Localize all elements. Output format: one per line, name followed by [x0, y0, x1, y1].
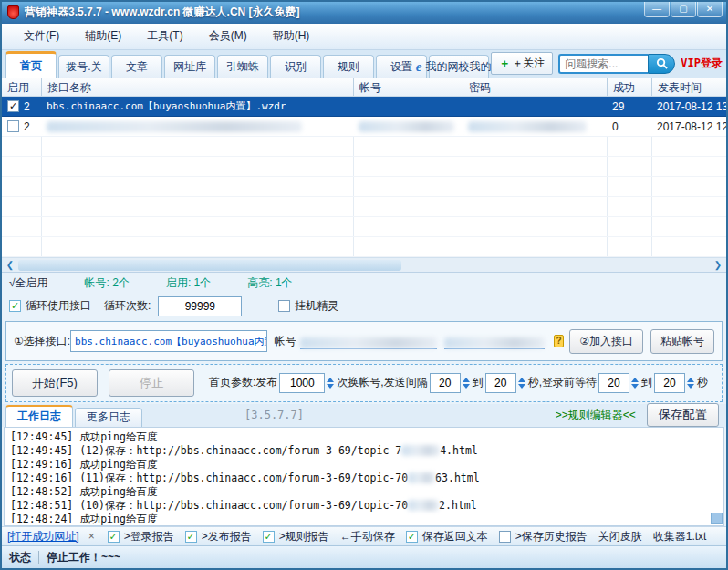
- col-success[interactable]: 成功: [607, 78, 651, 96]
- minimize-button[interactable]: —: [644, 2, 670, 17]
- log-line: [12:48:51] (10)保存：http://bbs.chinaacc.co…: [10, 499, 723, 513]
- loop-interface-label: 循环使用接口: [26, 298, 91, 314]
- to-label-2: 到: [641, 375, 652, 390]
- interval-to-stepper[interactable]: [518, 378, 525, 389]
- hangup-checkbox[interactable]: [278, 300, 290, 312]
- menu-member[interactable]: 会员(M): [196, 25, 260, 47]
- password-input-redacted[interactable]: [444, 333, 545, 349]
- log-line: [12:48:24] 成功ping给百度: [10, 513, 723, 526]
- publish-report-checkbox[interactable]: ✓ >发布报告: [185, 529, 252, 544]
- save-config-button[interactable]: 保存配置: [647, 403, 719, 427]
- tab-rules[interactable]: 规则: [323, 55, 374, 78]
- col-post-time[interactable]: 发表时间: [651, 78, 726, 96]
- select-interface-panel: ①选择接口: bbs.chinaacc.com【buyaoshuohua内置登录…: [5, 321, 723, 360]
- rule-report-checkbox[interactable]: ✓ >规则报告: [263, 529, 329, 544]
- open-success-urls-link[interactable]: [打开成功网址]: [7, 529, 79, 544]
- bottom-toolbar: [打开成功网址] × ✓ >登录报告 ✓ >发布报告 ✓ >规则报告 ←手动保存…: [2, 526, 726, 546]
- tab-work-log[interactable]: 工作日志: [5, 405, 73, 427]
- table-horizontal-scrollbar[interactable]: ❮ ❯: [2, 257, 726, 272]
- menu-help[interactable]: 帮助(H): [260, 25, 323, 47]
- enabled-count: 启用: 1个: [166, 275, 211, 291]
- login-report-checkbox[interactable]: ✓ >登录报告: [108, 529, 174, 544]
- tab-recognize[interactable]: 识别: [270, 55, 321, 78]
- version-label: [3.5.7.7]: [244, 409, 304, 421]
- log-line: [12:48:52] 成功ping给百度: [10, 485, 723, 499]
- interface-dropdown[interactable]: bbs.chinaacc.com【buyaoshuohua内置登录 ▼: [70, 330, 267, 352]
- start-button[interactable]: 开始(F5): [12, 369, 98, 397]
- to-label-1: 到: [473, 375, 484, 390]
- chevron-right-icon[interactable]: ❯: [712, 260, 724, 270]
- success-count: 0: [607, 117, 651, 136]
- main-tab-bar: 首页 拨号.关 文章 网址库 引蜘蛛 识别 规则 设置 e 我的网校我的家 ＋＋…: [2, 50, 726, 78]
- tab-home[interactable]: 首页: [5, 51, 57, 78]
- account-cell-redacted: [353, 117, 463, 136]
- wait-to-stepper[interactable]: [687, 378, 694, 389]
- post-time: 2017-08-12 13: [651, 97, 726, 116]
- account-input-redacted[interactable]: [300, 333, 437, 349]
- redacted-url-part: [401, 445, 440, 456]
- wait-from-stepper[interactable]: [631, 378, 639, 389]
- menu-tools[interactable]: 工具(T): [134, 25, 195, 47]
- vip-login-link[interactable]: VIP登录: [681, 56, 723, 71]
- interval-from-input[interactable]: [430, 373, 461, 393]
- password-cell-redacted: [463, 117, 607, 136]
- collector-file-label[interactable]: 收集器1.txt: [653, 529, 707, 544]
- tab-urllib[interactable]: 网址库: [164, 55, 215, 78]
- col-password[interactable]: 密码: [463, 78, 607, 96]
- row-enable-checkbox[interactable]: [7, 120, 19, 132]
- loop-count-input[interactable]: [158, 296, 242, 316]
- log-line: [12:49:16] (11)保存：http://bbs.chinaacc.co…: [10, 472, 723, 485]
- table-row[interactable]: 2 0 2017-08-12 12: [2, 117, 726, 137]
- search-button[interactable]: [648, 54, 675, 74]
- highlight-count: 高亮: 1个: [247, 275, 292, 291]
- close-skin-link[interactable]: 关闭皮肤: [598, 529, 642, 544]
- log-scroll-corner[interactable]: [711, 513, 723, 524]
- success-count: 29: [607, 97, 651, 116]
- menu-bar: 文件(F) 辅助(E) 工具(T) 会员(M) 帮助(H): [2, 24, 726, 50]
- join-interface-button[interactable]: ②加入接口: [569, 329, 643, 354]
- table-row[interactable]: ✓ 2 bbs.chinaacc.com【buyaoshuohua内置】.wzd…: [2, 97, 726, 117]
- work-log-area[interactable]: [12:49:45] 成功ping给百度 [12:49:45] (12)保存：h…: [4, 427, 724, 526]
- help-icon[interactable]: ?: [554, 335, 565, 347]
- tab-more-log[interactable]: 更多日志: [75, 408, 142, 427]
- row-enable-checkbox[interactable]: ✓: [7, 100, 19, 112]
- wait-to-input[interactable]: [654, 373, 685, 393]
- rule-editor-link[interactable]: >>规则编辑器<<: [556, 408, 636, 423]
- interface-name-redacted: [41, 117, 353, 136]
- loop-interface-checkbox[interactable]: ✓: [9, 300, 21, 312]
- publish-count-input[interactable]: [279, 373, 325, 393]
- col-interface-name[interactable]: 接口名称: [41, 78, 353, 96]
- tab-myschool[interactable]: e 我的网校我的家: [429, 55, 489, 78]
- maximize-button[interactable]: ▢: [671, 2, 696, 17]
- manual-save-link[interactable]: ←手动保存: [340, 529, 395, 544]
- col-account[interactable]: 帐号: [353, 78, 463, 96]
- close-icon[interactable]: ×: [88, 530, 95, 543]
- stop-button[interactable]: 停止: [109, 369, 194, 397]
- publish-count-stepper[interactable]: [327, 378, 334, 389]
- menu-assist[interactable]: 辅助(E): [72, 25, 134, 47]
- account-cell: [353, 97, 463, 116]
- summary-row: √全启用 帐号: 2个 启用: 1个 高亮: 1个: [2, 273, 726, 293]
- save-history-report-checkbox[interactable]: >保存历史报告: [499, 529, 588, 544]
- table-header: 启用 接口名称 帐号 密码 成功 发表时间: [2, 78, 726, 97]
- save-return-text-checkbox[interactable]: ✓ 保存返回文本: [406, 529, 488, 544]
- tab-article[interactable]: 文章: [111, 55, 162, 78]
- chevron-left-icon[interactable]: ❮: [4, 260, 16, 270]
- col-enable[interactable]: 启用: [2, 78, 41, 96]
- menu-file[interactable]: 文件(F): [11, 25, 72, 47]
- tab-spider[interactable]: 引蜘蛛: [217, 55, 268, 78]
- wait-from-input[interactable]: [598, 373, 629, 393]
- follow-button[interactable]: ＋＋关注: [491, 52, 553, 75]
- interface-table: 启用 接口名称 帐号 密码 成功 发表时间 ✓ 2 bbs.chinaacc.c…: [2, 78, 726, 273]
- tab-dial[interactable]: 拨号.关: [58, 55, 109, 78]
- paste-account-button[interactable]: 粘贴帐号: [650, 329, 714, 354]
- status-label: 状态: [9, 550, 31, 565]
- search-input[interactable]: [558, 54, 648, 74]
- status-text: 停止工作！~~~: [47, 550, 120, 565]
- scrollbar-thumb[interactable]: [18, 260, 401, 271]
- close-button[interactable]: ✕: [697, 2, 723, 17]
- window-title: 营销神器3.5.7.7 - www.wzdr.cn 微赚达人.CN [永久免费]: [25, 5, 300, 20]
- select-all-toggle[interactable]: √全启用: [9, 275, 48, 291]
- interval-from-stepper[interactable]: [463, 378, 470, 389]
- interval-to-input[interactable]: [485, 373, 516, 393]
